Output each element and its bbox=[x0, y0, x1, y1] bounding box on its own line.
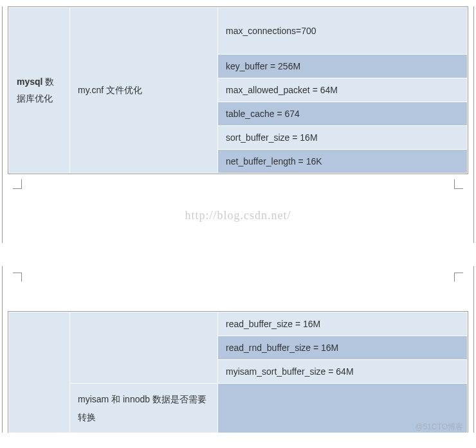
table-row: mysql 数据库优化my.cnf 文件优化max_connections=70… bbox=[9, 8, 468, 55]
config-value-cell: read_buffer_size = 16M bbox=[218, 312, 468, 336]
config-table-2-wrap: read_buffer_size = 16Mread_rnd_buffer_si… bbox=[8, 311, 468, 433]
table-title-cell: mysql 数据库优化 bbox=[9, 8, 70, 174]
config-value-cell: sort_buffer_size = 16M bbox=[218, 126, 468, 150]
crop-mark-icon bbox=[10, 266, 22, 278]
page-section-1: mysql 数据库优化my.cnf 文件优化max_connections=70… bbox=[2, 6, 474, 243]
config-table-1-wrap: mysql 数据库优化my.cnf 文件优化max_connections=70… bbox=[8, 6, 468, 174]
table-row: read_buffer_size = 16M bbox=[9, 312, 468, 336]
crop-mark-icon bbox=[454, 183, 466, 195]
section2-header-space bbox=[3, 266, 473, 305]
table-title-cell bbox=[9, 312, 70, 433]
config-value-cell: myisam_sort_buffer_size = 64M bbox=[218, 360, 468, 384]
config-value-cell: max_connections=700 bbox=[218, 8, 468, 55]
config-value-cell: table_cache = 674 bbox=[218, 102, 468, 126]
watermark-51cto: @51CTO博客 bbox=[3, 422, 473, 433]
page-section-2: read_buffer_size = 16Mread_rnd_buffer_si… bbox=[2, 266, 474, 433]
title-bold: mysql bbox=[17, 76, 42, 87]
crop-mark-icon bbox=[10, 183, 22, 195]
config-value-cell: read_rnd_buffer_size = 16M bbox=[218, 336, 468, 360]
table-subtitle-cell: my.cnf 文件优化 bbox=[70, 8, 218, 174]
config-value-cell: key_buffer = 256M bbox=[218, 55, 468, 78]
crop-marks-bottom bbox=[3, 181, 473, 196]
config-table-1: mysql 数据库优化my.cnf 文件优化max_connections=70… bbox=[8, 7, 468, 174]
config-value-cell: max_allowed_packet = 64M bbox=[218, 78, 468, 102]
config-value-cell: net_buffer_length = 16K bbox=[218, 150, 468, 174]
watermark-csdn: http://blog.csdn.net/ bbox=[3, 196, 473, 243]
table-subtitle-cell bbox=[70, 312, 218, 384]
section-gap bbox=[0, 243, 476, 248]
crop-mark-icon bbox=[454, 266, 466, 278]
config-table-2: read_buffer_size = 16Mread_rnd_buffer_si… bbox=[8, 312, 468, 433]
crop-marks-top bbox=[3, 266, 473, 278]
